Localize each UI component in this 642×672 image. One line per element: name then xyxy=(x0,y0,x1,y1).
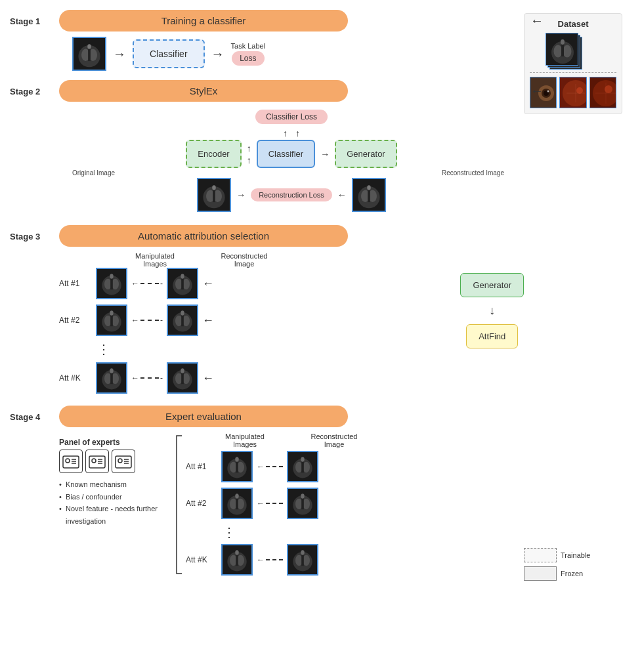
classifier-box-s2: Classifier xyxy=(257,140,315,168)
legend-trainable-label: Trainable xyxy=(561,551,590,559)
stage3-content: Automatic attribution selection Manipula… xyxy=(59,225,524,394)
s3-att2-row: Att #2 xyxy=(59,304,450,336)
s4-dots: ⋮ xyxy=(186,524,524,540)
s4-att2-row: Att #2 xyxy=(186,488,524,519)
stage4-inner: Panel of experts xyxy=(59,432,524,577)
svg-point-107 xyxy=(554,45,563,58)
up-arrows: ↑ ↑ xyxy=(283,128,300,138)
s4-col-headers: Manipulated Images Reconstructed Image xyxy=(186,432,524,448)
stage1-label: Stage 1 xyxy=(10,10,59,26)
s4-attk-row: Att #K xyxy=(186,544,524,576)
up-arrow-2: ↑ xyxy=(295,128,300,138)
dataset-chest-stack xyxy=(530,33,616,68)
s4-att2-label: Att #2 xyxy=(186,499,217,508)
arrow-gen-to-attfind: ↓ xyxy=(489,304,495,318)
orig-recon-labels: Original Image Reconstructed Image xyxy=(59,169,524,177)
s4-attk-xray-manip xyxy=(221,544,253,576)
s2-bottom-row: → Reconstruction Loss ← xyxy=(197,178,386,212)
s4-header-manip: Manipulated Images xyxy=(219,432,271,448)
s3-attk-dashed-arrow: ← - xyxy=(131,373,163,383)
s3-att1-label: Att #1 xyxy=(59,279,92,288)
dataset-separator xyxy=(530,72,616,73)
svg-point-47 xyxy=(110,368,114,373)
svg-point-55 xyxy=(66,459,70,463)
s3-att2-dashed-arrow: ← - xyxy=(131,316,163,325)
stage4-row: Stage 4 Expert evaluation Panel of exper… xyxy=(10,406,524,577)
reconstructed-image-label-s2: Reconstructed Image xyxy=(442,169,504,177)
legend-frozen-label: Frozen xyxy=(561,570,583,578)
expert-icon-3 xyxy=(112,450,135,473)
s3-att1-dashed-arrow: ← - xyxy=(131,279,163,288)
legend-frozen: Frozen xyxy=(524,566,632,581)
generator-box-s3: Generator xyxy=(460,273,524,297)
s3-right-boxes: Generator ↓ AttFind xyxy=(455,268,524,348)
s3-attk-label: Att #K xyxy=(59,373,92,383)
svg-point-98 xyxy=(235,550,239,555)
svg-point-118 xyxy=(576,87,583,94)
reconstruction-loss-pill: Reconstruction Loss xyxy=(251,188,332,201)
svg-point-104 xyxy=(301,550,305,555)
s3-attk-xray-manip xyxy=(96,362,127,394)
page: Stage 1 Training a classifier ← xyxy=(0,0,642,591)
svg-point-74 xyxy=(235,457,239,461)
s3-col-headers: Manipulated Images Reconstructed Image xyxy=(59,252,524,268)
stage4-bracket-svg xyxy=(174,432,183,577)
task-label-loss-group: Task Label Loss xyxy=(231,42,266,66)
arrow-s1-1: → xyxy=(113,47,126,62)
s3-att2-label: Att #2 xyxy=(59,316,92,325)
expert-icon-2 xyxy=(85,450,109,473)
legend-trainable: Trainable xyxy=(524,548,632,562)
expert-item-novel: Novel feature - needs further investigat… xyxy=(59,503,164,527)
s3-header-manip: Manipulated Images xyxy=(129,252,181,268)
svg-rect-64 xyxy=(116,456,131,468)
arrow-recon-loss-back: ← xyxy=(337,190,347,200)
svg-point-41 xyxy=(181,310,184,315)
stage1-row: Stage 1 Training a classifier ← xyxy=(10,10,524,71)
s4-att1-xray-recon xyxy=(287,451,318,482)
svg-point-65 xyxy=(118,459,122,463)
expert-item-bias: Bias / confounder xyxy=(59,491,164,503)
legend-area: Trainable Frozen xyxy=(524,351,632,581)
s4-att1-label: Att #1 xyxy=(186,462,217,471)
s3-header-recon: Reconstructed Image xyxy=(218,252,270,268)
s3-attk-solid-arrow: ← xyxy=(202,371,214,385)
s2-orig-xray xyxy=(197,178,231,212)
expert-icon-1 xyxy=(59,450,83,473)
s4-att2-xray-recon xyxy=(287,488,318,519)
classifier-loss-pill: Classifier Loss xyxy=(255,110,328,124)
svg-point-53 xyxy=(181,368,184,373)
experts-list: Known mechanism Bias / confounder Novel … xyxy=(59,478,164,528)
s4-att1-xray-manip xyxy=(221,451,253,482)
up-arrow-1: ↑ xyxy=(283,128,288,138)
s3-dots: ⋮ xyxy=(59,341,450,357)
arrow-class-to-gen: → xyxy=(320,149,330,159)
s3-attk-row: Att #K xyxy=(59,362,450,394)
dataset-panel: Dataset xyxy=(524,13,622,114)
s4-attk-xray-recon xyxy=(287,544,318,576)
stage3-label: Stage 3 xyxy=(10,225,59,242)
stage3-row: Stage 3 Automatic attribution selection … xyxy=(10,225,524,394)
s3-att2-xray-recon xyxy=(167,304,198,336)
stage1-diagram-row: → Classifier → Task Label Loss xyxy=(59,37,524,71)
panel-of-experts-title: Panel of experts xyxy=(59,438,164,447)
dataset-retina-img xyxy=(559,77,586,108)
experts-panel: Panel of experts xyxy=(59,432,164,577)
s4-attk-dashed-arrow: ← xyxy=(257,555,283,564)
s3-att1-xray-recon xyxy=(167,268,198,299)
s3-main-area: Att #1 xyxy=(59,268,524,394)
encoder-box: Encoder xyxy=(186,140,241,168)
stage2-row: Stage 2 StylEx ← Classifier Loss ↑ ↑ xyxy=(10,80,524,215)
stage4-content: Expert evaluation Panel of experts xyxy=(59,406,524,577)
svg-rect-59 xyxy=(89,456,105,468)
stage4-att-area: Manipulated Images Reconstructed Image A… xyxy=(174,432,524,577)
svg-point-92 xyxy=(301,494,305,498)
stage2-title-pill: StylEx xyxy=(59,80,348,102)
stage1-content: Training a classifier ← xyxy=(59,10,524,71)
stage2-label: Stage 2 xyxy=(10,80,59,96)
s2-recon-xray xyxy=(352,178,386,212)
stage1-title-pill: Training a classifier xyxy=(59,10,348,32)
experts-icons-row xyxy=(59,450,164,473)
task-label-loss-pill: Loss xyxy=(232,51,264,66)
classifier-loss-row: Classifier Loss xyxy=(255,110,328,127)
stage4-label: Stage 4 xyxy=(10,406,59,422)
